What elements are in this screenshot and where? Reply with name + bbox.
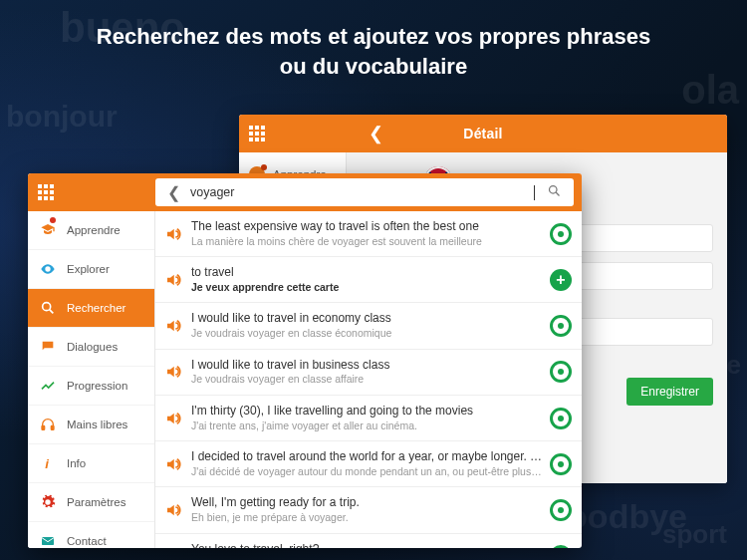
result-text: to travelJe veux apprendre cette carte <box>191 265 542 294</box>
result-row[interactable]: I decided to travel around the world for… <box>155 441 582 487</box>
search-icon <box>39 299 57 317</box>
result-subtitle: Je voudrais voyager en classe affaire <box>191 373 542 387</box>
back-icon[interactable]: ❮ <box>369 123 383 144</box>
result-text: I would like to travel in economy classJ… <box>191 311 542 340</box>
target-icon[interactable] <box>550 361 572 383</box>
marketing-headline: Recherchez des mots et ajoutez vos propr… <box>0 22 747 81</box>
result-text: I would like to travel in business class… <box>191 358 542 387</box>
menu-icon[interactable] <box>38 184 54 200</box>
result-text: You love to travel, right?Tu aimes voyag… <box>191 542 542 548</box>
result-title: I decided to travel around the world for… <box>191 449 542 465</box>
sidebar: ApprendreExplorerRechercherDialoguesProg… <box>28 211 155 548</box>
detail-title: Détail <box>239 126 727 141</box>
sidebar-item-label: Info <box>67 457 86 469</box>
chat-icon <box>39 338 57 356</box>
sidebar-item-label: Progression <box>67 380 127 392</box>
target-icon[interactable] <box>550 453 572 475</box>
sidebar-item-label: Dialogues <box>67 341 118 353</box>
audio-icon[interactable] <box>161 547 185 548</box>
results-list[interactable]: The least expensive way to travel is oft… <box>155 211 582 548</box>
svg-rect-5 <box>51 425 54 429</box>
result-title: I would like to travel in economy class <box>191 311 542 327</box>
svg-text:i: i <box>45 456 49 471</box>
target-icon[interactable] <box>550 545 572 548</box>
sidebar-item-label: Mains libres <box>67 419 127 430</box>
search-input[interactable] <box>190 185 533 199</box>
search-bar: ❮ <box>155 178 574 206</box>
target-icon[interactable] <box>550 315 572 337</box>
info-icon: i <box>39 454 57 472</box>
save-button[interactable]: Enregistrer <box>626 378 713 406</box>
result-row[interactable]: I would like to travel in economy classJ… <box>155 303 582 349</box>
sidebar-item-contact[interactable]: Contact <box>28 522 154 548</box>
result-row[interactable]: Well, I'm getting ready for a trip.Eh bi… <box>155 487 582 533</box>
result-row[interactable]: I would like to travel in business class… <box>155 350 582 396</box>
result-text: I'm thirty (30), I like travelling and g… <box>191 404 542 432</box>
result-title: I'm thirty (30), I like travelling and g… <box>191 404 542 420</box>
mail-icon <box>39 532 57 548</box>
sidebar-item-label: Apprendre <box>67 224 121 236</box>
target-icon[interactable] <box>550 223 572 245</box>
sidebar-item-progression[interactable]: Progression <box>28 367 154 406</box>
sidebar-item-paramètres[interactable]: Paramètres <box>28 483 154 522</box>
chart-icon <box>39 377 57 395</box>
menu-icon[interactable] <box>249 126 265 141</box>
graduation-icon <box>39 221 57 239</box>
sidebar-item-label: Rechercher <box>67 302 125 314</box>
result-text: I decided to travel around the world for… <box>191 449 542 478</box>
result-subtitle: J'ai décidé de voyager autour du monde p… <box>191 465 542 479</box>
search-window: ❮ ApprendreExplorerRechercherDialoguesPr… <box>28 173 582 548</box>
sidebar-item-apprendre[interactable]: Apprendre <box>28 211 154 250</box>
sidebar-item-label: Paramètres <box>67 496 125 508</box>
audio-icon[interactable] <box>161 225 185 243</box>
sidebar-item-dialogues[interactable]: Dialogues <box>28 328 154 367</box>
svg-point-0 <box>550 186 558 194</box>
gear-icon <box>39 493 57 511</box>
back-icon[interactable]: ❮ <box>155 183 190 202</box>
eye-icon <box>39 260 57 278</box>
notification-badge <box>50 217 56 223</box>
svg-rect-7 <box>42 537 54 545</box>
result-title: The least expensive way to travel is oft… <box>191 219 542 235</box>
audio-icon[interactable] <box>161 317 185 335</box>
result-subtitle: Je veux apprendre cette carte <box>191 281 542 295</box>
target-icon[interactable] <box>550 408 572 429</box>
search-header: ❮ <box>28 173 582 211</box>
sidebar-item-label: Contact <box>67 535 107 547</box>
result-subtitle: J'ai trente ans, j'aime voyager et aller… <box>191 420 542 433</box>
headline-line1: Recherchez des mots et ajoutez vos propr… <box>97 24 650 49</box>
audio-icon[interactable] <box>161 455 185 473</box>
result-row[interactable]: to travelJe veux apprendre cette carte+ <box>155 257 582 303</box>
target-icon[interactable] <box>550 499 572 521</box>
result-subtitle: Eh bien, je me prépare à voyager. <box>191 511 542 525</box>
headphones-icon <box>39 416 57 433</box>
result-title: You love to travel, right? <box>191 542 542 548</box>
result-text: Well, I'm getting ready for a trip.Eh bi… <box>191 495 542 524</box>
result-row[interactable]: I'm thirty (30), I like travelling and g… <box>155 396 582 441</box>
svg-rect-4 <box>42 425 45 429</box>
audio-icon[interactable] <box>161 501 185 519</box>
search-icon[interactable] <box>535 183 574 201</box>
result-subtitle: La manière la moins chère de voyager est… <box>191 235 542 249</box>
audio-icon[interactable] <box>161 410 185 427</box>
svg-point-2 <box>43 303 51 311</box>
headline-line2: ou du vocabulaire <box>280 54 467 79</box>
result-title: to travel <box>191 265 542 281</box>
sidebar-item-explorer[interactable]: Explorer <box>28 250 154 289</box>
sidebar-item-rechercher[interactable]: Rechercher <box>28 289 154 328</box>
result-row[interactable]: The least expensive way to travel is oft… <box>155 211 582 257</box>
result-title: Well, I'm getting ready for a trip. <box>191 495 542 511</box>
result-title: I would like to travel in business class <box>191 358 542 374</box>
svg-line-3 <box>50 310 54 314</box>
audio-icon[interactable] <box>161 271 185 289</box>
audio-icon[interactable] <box>161 363 185 381</box>
detail-header: ❮ Détail <box>239 115 727 152</box>
sidebar-item-info[interactable]: iInfo <box>28 444 154 483</box>
sidebar-item-mains-libres[interactable]: Mains libres <box>28 406 154 444</box>
add-icon[interactable]: + <box>550 269 572 291</box>
svg-line-1 <box>556 192 559 195</box>
result-text: The least expensive way to travel is oft… <box>191 219 542 248</box>
result-row[interactable]: You love to travel, right?Tu aimes voyag… <box>155 534 582 548</box>
sidebar-item-label: Explorer <box>67 263 110 275</box>
result-subtitle: Je voudrais voyager en classe économique <box>191 327 542 341</box>
